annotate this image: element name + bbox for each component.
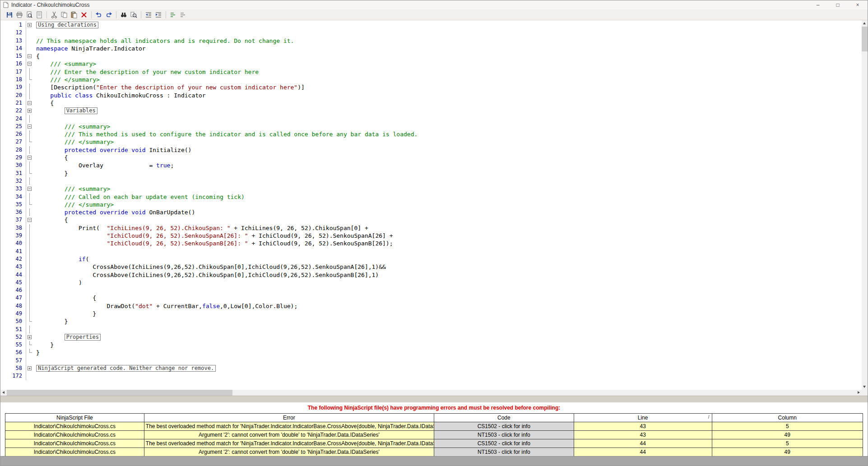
minimize-button[interactable]: –: [808, 0, 828, 9]
line-number[interactable]: 19: [0, 83, 26, 91]
column-header-line[interactable]: Line/: [574, 414, 712, 422]
print-button[interactable]: [15, 10, 24, 19]
code-line[interactable]: 1+Using declarations: [0, 21, 862, 29]
error-row[interactable]: Indicator\ChikouIchimokuCross.csArgument…: [5, 448, 863, 457]
code-line[interactable]: 40 "IchiCloud(9, 26, 52).SenkouSpanB[26]…: [0, 240, 862, 247]
fold-collapse-icon[interactable]: −: [26, 154, 33, 161]
line-number[interactable]: 33: [0, 185, 26, 193]
code-line[interactable]: 57: [0, 357, 862, 364]
line-number[interactable]: 56: [0, 349, 26, 356]
print-preview-button[interactable]: [25, 10, 34, 19]
code-line[interactable]: 48 DrawDot("dot" + CurrentBar,false,0,Lo…: [0, 302, 862, 310]
line-number[interactable]: 38: [0, 224, 26, 232]
horizontal-scrollbar-thumb[interactable]: [7, 390, 232, 396]
code-line[interactable]: 50 }: [0, 318, 862, 325]
line-number[interactable]: 12: [0, 29, 26, 37]
code-line[interactable]: 172: [0, 372, 862, 380]
code-line[interactable]: 25− /// <summary>: [0, 123, 862, 130]
code-line[interactable]: 26 /// This method is used to configure …: [0, 130, 862, 138]
scroll-up-icon[interactable]: [862, 20, 868, 26]
code-line[interactable]: 37− {: [0, 216, 862, 224]
line-number[interactable]: 27: [0, 138, 26, 146]
code-line[interactable]: 14namespace NinjaTrader.Indicator: [0, 45, 862, 52]
code-line[interactable]: 38 Print( "IchiLines(9, 26, 52).ChikouSp…: [0, 224, 862, 232]
line-number[interactable]: 42: [0, 255, 26, 263]
code-line[interactable]: 35 /// </summary>: [0, 201, 862, 208]
line-number[interactable]: 47: [0, 294, 26, 302]
fold-expand-icon[interactable]: +: [26, 333, 33, 341]
error-code-link[interactable]: NT1503 - click for info: [434, 431, 574, 439]
code-line[interactable]: 21− {: [0, 99, 862, 107]
fold-collapse-icon[interactable]: −: [26, 99, 33, 107]
code-line[interactable]: 20 public class ChikouIchimokuCross : In…: [0, 92, 862, 99]
collapsed-region-box[interactable]: Variables: [65, 107, 97, 114]
column-header-column[interactable]: Column: [712, 414, 863, 422]
collapsed-region-box[interactable]: NinjaScript generated code. Neither chan…: [36, 365, 216, 372]
code-line[interactable]: 56}: [0, 349, 862, 356]
save-button[interactable]: [5, 10, 14, 19]
code-editor[interactable]: 1+Using declarations1213// This namespac…: [0, 20, 868, 396]
code-line[interactable]: 22+ Variables: [0, 107, 862, 115]
close-button[interactable]: ×: [848, 0, 868, 9]
code-line[interactable]: 36 protected override void OnBarUpdate(): [0, 208, 862, 216]
collapsed-region-box[interactable]: Properties: [65, 334, 101, 341]
line-number[interactable]: 40: [0, 240, 26, 247]
line-number[interactable]: 20: [0, 92, 26, 99]
line-number[interactable]: 32: [0, 177, 26, 185]
delete-button[interactable]: [79, 10, 88, 19]
fold-expand-icon[interactable]: +: [26, 107, 33, 115]
code-line[interactable]: 31 }: [0, 170, 862, 177]
code-line[interactable]: 16− /// <summary>: [0, 60, 862, 68]
line-number[interactable]: 34: [0, 193, 26, 201]
line-number[interactable]: 21: [0, 99, 26, 107]
line-number[interactable]: 46: [0, 286, 26, 294]
fold-collapse-icon[interactable]: −: [26, 52, 33, 60]
fold-collapse-icon[interactable]: −: [26, 60, 33, 68]
scroll-right-icon[interactable]: [856, 390, 862, 396]
code-line[interactable]: 45 ): [0, 279, 862, 286]
code-line[interactable]: 18 /// </summary>: [0, 76, 862, 83]
column-header-code[interactable]: Code: [434, 414, 574, 422]
line-number[interactable]: 52: [0, 333, 26, 341]
line-number[interactable]: 31: [0, 170, 26, 177]
fold-collapse-icon[interactable]: −: [26, 216, 33, 224]
line-number[interactable]: 36: [0, 208, 26, 216]
code-line[interactable]: 42 if(: [0, 255, 862, 263]
code-line[interactable]: 51: [0, 326, 862, 333]
error-code-link[interactable]: CS1502 - click for info: [434, 439, 574, 448]
code-line[interactable]: 43 CrossAbove(IchiLines(9,26,52).ChikouS…: [0, 263, 862, 271]
editor-errors-splitter[interactable]: [0, 396, 868, 402]
line-number[interactable]: 13: [0, 37, 26, 45]
code-line[interactable]: 52+ Properties: [0, 333, 862, 341]
line-number[interactable]: 1: [0, 21, 26, 29]
horizontal-scrollbar[interactable]: [0, 390, 862, 396]
line-number[interactable]: 25: [0, 123, 26, 130]
column-header-ninjascript-file[interactable]: NinjaScript File: [5, 414, 144, 422]
code-line[interactable]: 39 "IchiCloud(9, 26, 52).SenkouSpanA[26]…: [0, 232, 862, 240]
line-number[interactable]: 22: [0, 107, 26, 115]
line-number[interactable]: 45: [0, 279, 26, 286]
error-code-link[interactable]: CS1502 - click for info: [434, 422, 574, 431]
indent-button[interactable]: [154, 10, 163, 19]
code-line[interactable]: 27 /// </summary>: [0, 138, 862, 146]
maximize-button[interactable]: □: [828, 0, 848, 9]
vertical-scrollbar-thumb[interactable]: [862, 27, 868, 51]
code-line[interactable]: 58+NinjaScript generated code. Neither c…: [0, 364, 862, 372]
uncomment-button[interactable]: [179, 10, 188, 19]
line-number[interactable]: 172: [0, 372, 26, 380]
copy-button[interactable]: [60, 10, 69, 19]
scroll-left-icon[interactable]: [0, 390, 6, 396]
line-number[interactable]: 18: [0, 76, 26, 83]
code-line[interactable]: 13// This namespace holds all indicators…: [0, 37, 862, 45]
cut-button[interactable]: [50, 10, 59, 19]
code-line[interactable]: 12: [0, 29, 862, 37]
line-number[interactable]: 48: [0, 302, 26, 310]
page-properties-button[interactable]: [35, 10, 44, 19]
redo-button[interactable]: [104, 10, 113, 19]
line-number[interactable]: 28: [0, 146, 26, 154]
line-number[interactable]: 16: [0, 60, 26, 68]
code-line[interactable]: 17 /// Enter the description of your new…: [0, 68, 862, 76]
line-number[interactable]: 24: [0, 115, 26, 123]
line-number[interactable]: 50: [0, 318, 26, 325]
code-line[interactable]: 32: [0, 177, 862, 185]
